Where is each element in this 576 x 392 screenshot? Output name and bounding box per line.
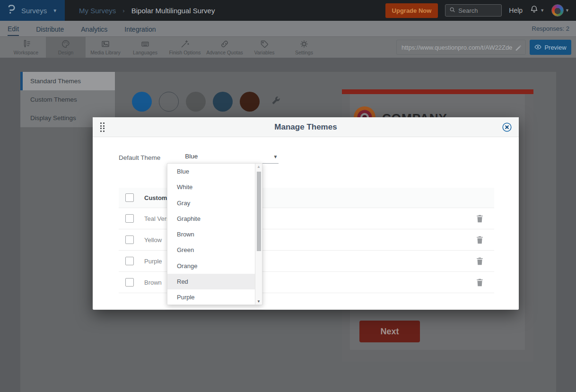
magic-wand-icon (180, 39, 190, 49)
tab-edit[interactable]: Edit (8, 22, 19, 36)
edit-pencil-icon[interactable] (515, 44, 522, 53)
drag-handle[interactable] (100, 122, 105, 132)
breadcrumb-survey-title: Bipolar Multilingual Survey (131, 7, 215, 15)
dropdown-option[interactable]: Graphite (167, 211, 262, 226)
scrollbar-thumb[interactable] (257, 172, 261, 251)
dropdown-option[interactable]: Green (167, 242, 262, 258)
tab-distribute[interactable]: Distribute (36, 22, 64, 35)
toolbar-item-advance-quotas[interactable]: Advance Quotas (205, 37, 244, 58)
breadcrumb: My Surveys › Bipolar Multilingual Survey (79, 7, 215, 15)
theme-swatch-brown[interactable] (240, 92, 260, 112)
row-checkbox[interactable] (125, 214, 134, 223)
toolbar-item-variables[interactable]: Variables (244, 37, 284, 58)
tab-analytics[interactable]: Analytics (81, 22, 107, 35)
link-icon (220, 39, 229, 49)
toolbar-item-finish-options[interactable]: Finish Options (165, 37, 205, 58)
theme-swatch-white[interactable] (159, 92, 179, 112)
selected-theme-value: Blue (185, 153, 198, 160)
product-switcher[interactable]: Surveys ▼ (0, 0, 65, 21)
survey-url-box (396, 40, 526, 55)
tab-integration[interactable]: Integration (124, 22, 156, 35)
close-icon[interactable] (502, 122, 512, 134)
global-search[interactable] (445, 4, 502, 17)
trash-icon[interactable] (476, 215, 483, 225)
row-checkbox[interactable] (125, 278, 134, 287)
toolbar-item-label: Finish Options (169, 50, 201, 55)
toolbar-item-languages[interactable]: Languages (125, 37, 165, 58)
dropdown-option[interactable]: Brown (167, 226, 262, 242)
toolbar-item-label: Design (58, 50, 74, 55)
account-menu[interactable]: ▼ (551, 4, 569, 17)
toolbar-item-design[interactable]: Design (46, 37, 86, 58)
upgrade-now-button[interactable]: Upgrade Now (385, 3, 438, 18)
toolbar-item-media-library[interactable]: Media Library (86, 37, 125, 58)
breadcrumb-separator-icon: › (122, 7, 124, 14)
row-checkbox[interactable] (125, 235, 134, 244)
breadcrumb-my-surveys[interactable]: My Surveys (79, 7, 116, 15)
toolbar-item-settings[interactable]: Settings (284, 37, 324, 58)
brand-label: Surveys (21, 7, 47, 15)
theme-name: Purple (144, 258, 162, 265)
trash-icon[interactable] (476, 236, 483, 246)
toolbar-item-label: Languages (133, 50, 157, 55)
dropdown-option[interactable]: Orange (167, 258, 262, 274)
toolbar-item-workspace[interactable]: Workspace (6, 37, 46, 58)
modal-title: Manage Themes (274, 122, 337, 132)
workspace-icon (21, 39, 31, 49)
toolbar-item-label: Variables (254, 50, 275, 55)
preview-button[interactable]: Preview (530, 40, 571, 55)
theme-swatch-graphite[interactable] (213, 92, 233, 112)
theme-name: Brown (144, 279, 162, 286)
gear-icon (299, 39, 309, 49)
theme-swatch-blue[interactable] (132, 92, 152, 112)
keyboard-icon (140, 39, 150, 49)
notifications-menu[interactable]: ▼ (530, 5, 544, 16)
theme-swatch-gray[interactable] (186, 92, 206, 112)
preview-accent-bar (342, 89, 533, 94)
toolbar-item-label: Media Library (90, 50, 121, 55)
select-all-checkbox[interactable] (125, 193, 134, 202)
dropdown-option[interactable]: Red (167, 274, 262, 289)
sidebar-item-standard-themes[interactable]: Standard Themes (20, 72, 115, 90)
row-checkbox[interactable] (125, 257, 134, 265)
help-link[interactable]: Help (509, 7, 523, 14)
topbar-actions: Upgrade Now Help ▼ ▼ (385, 3, 576, 18)
scroll-up-icon[interactable]: ▲ (255, 165, 262, 169)
eye-icon (534, 44, 541, 51)
dropdown-scrollbar[interactable]: ▲ ▼ (255, 164, 262, 305)
wrench-icon[interactable] (271, 96, 281, 108)
dropdown-option[interactable]: Purple (167, 289, 262, 305)
tag-icon (260, 39, 269, 49)
chevron-down-icon: ▼ (52, 8, 57, 13)
toolbar-item-label: Settings (295, 50, 313, 55)
sidebar-item-custom-themes[interactable]: Custom Themes (20, 90, 115, 109)
dropdown-option[interactable]: Blue (167, 164, 262, 179)
next-button[interactable]: Next (359, 321, 420, 342)
dropdown-option[interactable]: White (167, 179, 262, 195)
trash-icon[interactable] (476, 257, 483, 267)
avatar (551, 4, 564, 17)
trash-icon[interactable] (476, 279, 483, 288)
scroll-down-icon[interactable]: ▼ (255, 299, 262, 304)
toolbar-item-label: Workspace (14, 50, 38, 55)
section-tabs: Edit Distribute Analytics Integration Re… (0, 21, 576, 37)
edit-toolbar: Workspace Design Media Library Languages… (0, 37, 576, 58)
questionpro-design-screen: Surveys ▼ My Surveys › Bipolar Multiling… (0, 0, 576, 392)
dropdown-option[interactable]: Gray (167, 195, 262, 211)
default-theme-row: Default Theme Blue ▼ (119, 153, 279, 164)
palette-icon (61, 39, 70, 49)
search-input[interactable] (458, 7, 496, 14)
default-theme-select[interactable]: Blue ▼ (184, 153, 279, 164)
responses-count[interactable]: Responses: 2 (532, 25, 570, 32)
dropdown-options: Blue White Gray Graphite Brown Green Ora… (167, 164, 262, 305)
preview-button-label: Preview (544, 44, 566, 51)
toolbar-items: Workspace Design Media Library Languages… (6, 37, 324, 58)
chevron-down-icon: ▼ (565, 8, 569, 13)
theme-dropdown-list: Blue White Gray Graphite Brown Green Ora… (167, 163, 262, 305)
chevron-down-icon: ▼ (273, 154, 278, 159)
modal-header: Manage Themes (93, 117, 519, 137)
bell-icon (530, 5, 539, 16)
top-bar: Surveys ▼ My Surveys › Bipolar Multiling… (0, 0, 576, 21)
survey-url-input[interactable] (397, 44, 525, 51)
questionpro-logo-icon (6, 4, 17, 17)
